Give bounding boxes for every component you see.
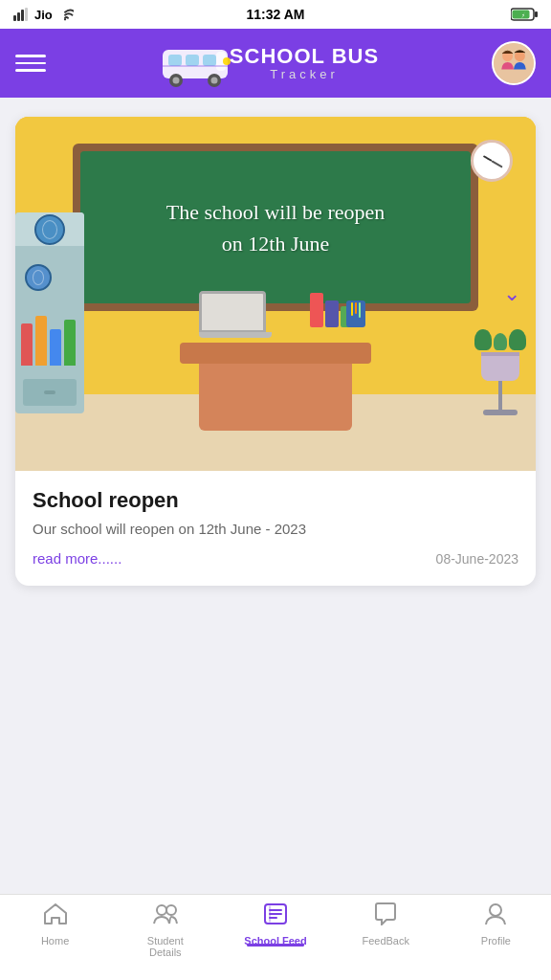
card-date: 08-June-2023 (436, 551, 518, 567)
laptop-base (199, 332, 272, 338)
status-left: Jio (13, 8, 74, 22)
shelf-globe-standalone (25, 258, 52, 297)
bus-icon (159, 40, 220, 86)
svg-rect-7 (535, 11, 538, 17)
drawer (23, 379, 77, 406)
shelf-books (21, 316, 76, 366)
card-body: School reopen Our school will reopen on … (15, 471, 536, 586)
active-indicator (247, 944, 304, 947)
nav-label-student-details: Student Details (147, 935, 184, 958)
desk (180, 343, 371, 431)
blackboard-text: The school will be reopen on 12th June (157, 196, 395, 259)
blackboard: The school will be reopen on 12th June (80, 151, 471, 303)
app-header: SCHOOL BUS Tracker (0, 29, 551, 98)
clock (471, 140, 513, 182)
status-right (511, 8, 538, 21)
main-content: The school will be reopen on 12th June ⌄ (0, 98, 551, 844)
battery-icon (511, 8, 538, 21)
nav-item-profile[interactable]: Profile (441, 902, 551, 947)
svg-rect-0 (13, 15, 16, 21)
card-image: The school will be reopen on 12th June ⌄ (15, 117, 536, 471)
pencil-cup (346, 301, 365, 327)
card-description: Our school will reopen on 12th June - 20… (33, 521, 518, 537)
svg-point-4 (64, 18, 66, 20)
plant-pot (481, 352, 519, 381)
feed-card: The school will be reopen on 12th June ⌄ (15, 117, 536, 586)
leaf-center (494, 333, 507, 350)
feedback-icon (373, 902, 398, 931)
svg-rect-2 (21, 10, 24, 21)
home-icon (43, 902, 68, 931)
svg-point-16 (210, 78, 217, 84)
app-logo: SCHOOL BUS Tracker (46, 40, 492, 86)
svg-rect-3 (25, 8, 28, 21)
nav-item-student-details[interactable]: Student Details (110, 902, 220, 958)
student-details-icon (152, 902, 179, 931)
app-title: SCHOOL BUS Tracker (230, 45, 379, 81)
classroom-illustration: The school will be reopen on 12th June ⌄ (15, 117, 536, 471)
nav-item-feedback[interactable]: FeedBack (331, 902, 441, 947)
svg-rect-11 (203, 55, 216, 66)
nav-label-home: Home (41, 935, 69, 947)
laptop (199, 291, 268, 338)
svg-point-19 (494, 43, 534, 83)
svg-point-23 (166, 905, 176, 915)
bookshelf (15, 212, 84, 413)
svg-rect-9 (168, 55, 182, 66)
nav-item-school-feed[interactable]: School Feed (220, 902, 330, 947)
svg-point-29 (490, 904, 501, 916)
leaf-right (509, 329, 526, 350)
status-time: 11:32 AM (247, 7, 305, 22)
globe-decoration (34, 214, 65, 245)
svg-point-22 (157, 905, 166, 915)
chevron-down-icon: ⌄ (503, 281, 520, 306)
read-more-link[interactable]: read more...... (33, 550, 121, 567)
nav-label-feedback: FeedBack (362, 935, 409, 947)
avatar[interactable] (492, 41, 536, 85)
carrier-name: Jio (34, 8, 53, 22)
svg-rect-6 (513, 11, 530, 19)
plant-stand (498, 381, 502, 410)
wifi-icon (56, 8, 74, 21)
plant (474, 329, 526, 415)
signal-icon (13, 8, 31, 21)
desk-body (199, 364, 352, 431)
desk-top (180, 343, 371, 364)
menu-button[interactable] (15, 55, 46, 72)
svg-point-14 (172, 78, 179, 84)
laptop-screen (199, 291, 266, 333)
card-title: School reopen (33, 488, 518, 513)
profile-icon (483, 902, 508, 931)
nav-label-profile: Profile (481, 935, 511, 947)
blackboard-frame: The school will be reopen on 12th June (73, 144, 478, 311)
leaf-left (474, 329, 492, 350)
svg-rect-1 (17, 12, 20, 21)
status-bar: Jio 11:32 AM (0, 0, 551, 29)
svg-rect-10 (186, 55, 199, 66)
nav-item-home[interactable]: Home (0, 902, 110, 947)
bottom-nav: Home Student Details School Feed (0, 894, 551, 980)
school-feed-icon (263, 902, 288, 931)
plant-stand-base (483, 410, 518, 415)
card-footer: read more...... 08-June-2023 (33, 550, 518, 567)
